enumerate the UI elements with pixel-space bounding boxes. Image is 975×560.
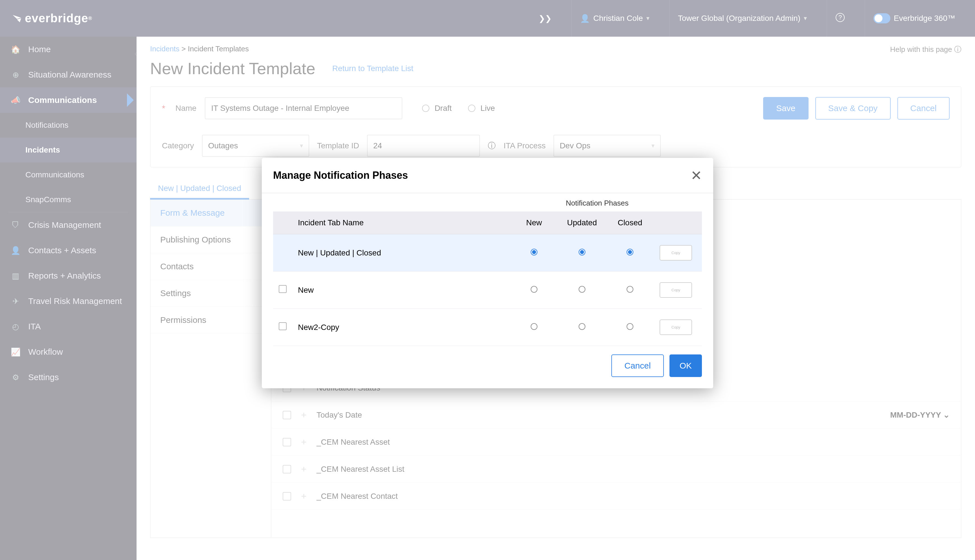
radio-new[interactable]: [531, 286, 538, 293]
modal-cancel-button[interactable]: Cancel: [611, 355, 664, 377]
table-row[interactable]: New2-Copy Copy: [273, 309, 702, 346]
radio-new[interactable]: [531, 323, 538, 330]
copy-button[interactable]: Copy: [659, 282, 692, 298]
radio-updated[interactable]: [579, 249, 585, 255]
row-name: New2-Copy: [292, 309, 510, 346]
radio-updated[interactable]: [579, 323, 585, 330]
checkbox[interactable]: [279, 285, 287, 293]
radio-closed[interactable]: [626, 286, 633, 293]
modal-overlay: Manage Notification Phases ✕ Notificatio…: [0, 0, 975, 560]
phases-table: Incident Tab Name New Updated Closed New…: [273, 212, 702, 346]
radio-updated[interactable]: [579, 286, 585, 293]
col-tab-name: Incident Tab Name: [292, 212, 510, 234]
copy-button[interactable]: Copy: [659, 245, 692, 260]
modal-title: Manage Notification Phases: [273, 170, 408, 181]
phase-group-header: Notification Phases: [273, 199, 702, 208]
manage-phases-modal: Manage Notification Phases ✕ Notificatio…: [262, 158, 713, 388]
copy-button[interactable]: Copy: [659, 320, 692, 335]
radio-new[interactable]: [531, 249, 538, 255]
table-row[interactable]: New | Updated | Closed Copy: [273, 234, 702, 272]
col-closed: Closed: [606, 212, 654, 234]
radio-closed[interactable]: [626, 249, 633, 255]
row-name: New | Updated | Closed: [292, 234, 510, 272]
col-new: New: [510, 212, 558, 234]
radio-closed[interactable]: [626, 323, 633, 330]
checkbox[interactable]: [279, 322, 287, 330]
col-updated: Updated: [558, 212, 606, 234]
close-icon[interactable]: ✕: [691, 167, 702, 183]
modal-ok-button[interactable]: OK: [669, 355, 702, 377]
row-name: New: [292, 272, 510, 309]
table-row[interactable]: New Copy: [273, 272, 702, 309]
